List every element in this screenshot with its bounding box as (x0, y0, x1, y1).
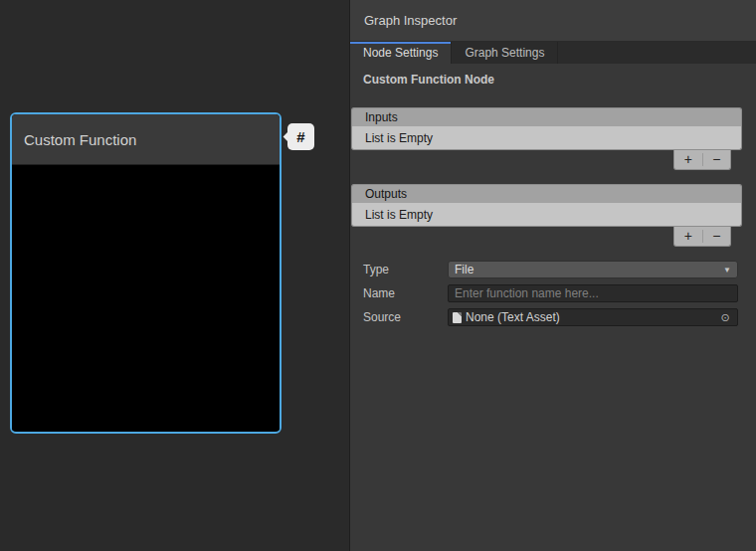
node-preview (12, 165, 280, 431)
outputs-remove-button[interactable]: − (703, 227, 731, 246)
inputs-add-button[interactable]: + (674, 150, 702, 169)
inspector-header[interactable]: Graph Inspector (350, 0, 756, 42)
node-title: Custom Function (24, 131, 136, 148)
inputs-list-header: Inputs (351, 107, 742, 126)
outputs-list-title: Outputs (365, 187, 407, 201)
inspector-body: Custom Function Node Inputs List is Empt… (350, 64, 756, 551)
shader-graph-window: Custom Function # Graph Inspector Node S… (0, 0, 756, 551)
source-object-value: None (Text Asset) (466, 310, 713, 324)
tab-node-settings[interactable]: Node Settings (350, 42, 452, 64)
inputs-remove-button[interactable]: − (703, 150, 731, 169)
node-settings-form: Type File ▼ Name Source None (Text Asset… (363, 261, 738, 326)
inputs-list-title: Inputs (365, 110, 398, 124)
outputs-list-empty-row: List is Empty (351, 203, 742, 227)
function-name-input[interactable] (448, 284, 738, 302)
hash-badge[interactable]: # (287, 123, 314, 150)
name-row: Name (363, 284, 738, 302)
hash-badge-label: # (296, 128, 304, 145)
inputs-list-empty-row: List is Empty (351, 126, 742, 150)
custom-function-node[interactable]: Custom Function (10, 112, 282, 434)
inspector-tabbar: Node Settings Graph Settings (350, 42, 756, 64)
section-title: Custom Function Node (363, 72, 742, 88)
tab-graph-settings-label: Graph Settings (465, 46, 544, 60)
source-object-field[interactable]: None (Text Asset) ⊙ (448, 308, 738, 326)
inputs-list-footer: + − (351, 150, 742, 170)
outputs-list: Outputs List is Empty + − (351, 184, 742, 247)
type-label: Type (363, 263, 448, 276)
tab-graph-settings[interactable]: Graph Settings (452, 42, 558, 64)
node-title-bar[interactable]: Custom Function (12, 114, 280, 165)
outputs-empty-label: List is Empty (365, 208, 433, 222)
graph-inspector-panel: Graph Inspector Node Settings Graph Sett… (349, 0, 756, 551)
type-dropdown[interactable]: File ▼ (448, 261, 738, 278)
name-label: Name (363, 286, 448, 300)
chevron-down-icon: ▼ (723, 266, 731, 275)
inputs-empty-label: List is Empty (365, 131, 433, 145)
inputs-list: Inputs List is Empty + − (351, 107, 742, 170)
object-picker-icon[interactable]: ⊙ (717, 309, 733, 325)
type-dropdown-value: File (455, 263, 723, 276)
source-label: Source (363, 310, 448, 324)
outputs-list-footer: + − (351, 227, 742, 247)
outputs-list-header: Outputs (351, 184, 742, 203)
type-row: Type File ▼ (363, 261, 738, 278)
tab-node-settings-label: Node Settings (363, 46, 438, 60)
inspector-title: Graph Inspector (364, 13, 457, 28)
outputs-add-button[interactable]: + (674, 227, 702, 246)
source-row: Source None (Text Asset) ⊙ (363, 308, 738, 326)
text-asset-icon (453, 312, 462, 323)
